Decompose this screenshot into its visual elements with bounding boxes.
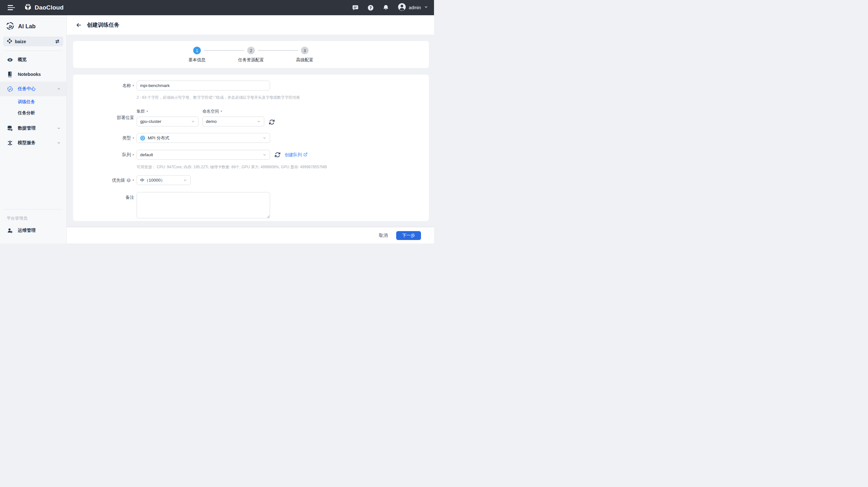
sidebar-item-task-center[interactable]: 任务中心 xyxy=(0,82,66,96)
chevron-down-icon xyxy=(183,178,187,182)
note-row: 备注 xyxy=(73,192,429,219)
sidebar-subitem-training-tasks[interactable]: 训练任务 xyxy=(0,96,66,107)
user-menu[interactable]: admin xyxy=(398,3,428,12)
notifications-icon[interactable] xyxy=(382,4,390,11)
cancel-button[interactable]: 取消 xyxy=(379,233,388,238)
workspace-icon xyxy=(7,38,12,45)
app-title-row[interactable]: AI Lab xyxy=(0,15,66,36)
brand-logo[interactable]: DaoCloud xyxy=(24,3,64,12)
queue-resources-helper: 可用资源： CPU: 947Core, 内存: 195.22Ti, 物理卡数量:… xyxy=(136,164,429,170)
deploy-location-row: 部署位置 集群 * gpu-cluster xyxy=(73,108,429,126)
priority-label: 优先级 xyxy=(112,177,125,183)
name-label: 名称 xyxy=(122,83,131,89)
svg-text:?: ? xyxy=(370,5,372,10)
sidebar-item-label: 运维管理 xyxy=(18,228,36,233)
sidebar-item-label: 数据管理 xyxy=(18,125,36,131)
step-3-indicator[interactable]: 3 xyxy=(301,47,309,54)
sidebar-item-label: 任务中心 xyxy=(18,86,36,92)
basic-info-form-card: 名称 * 2 - 63 个字符，必须由小写字母、数字字符或“-”组成，并且必须以… xyxy=(73,75,429,221)
name-input[interactable] xyxy=(136,80,270,91)
sidebar-divider xyxy=(4,209,63,209)
sidebar-subitem-label: 任务分析 xyxy=(18,110,35,116)
chevron-down-icon xyxy=(191,119,195,124)
step-2-label: 任务资源配置 xyxy=(238,57,264,63)
queue-refresh-icon[interactable] xyxy=(275,152,281,158)
svg-text:?: ? xyxy=(128,178,130,182)
chevron-down-icon xyxy=(57,126,61,130)
note-textarea[interactable] xyxy=(136,192,270,219)
workspace-switch-icon[interactable] xyxy=(55,39,60,44)
chevron-down-icon xyxy=(57,141,61,145)
topbar: DaoCloud ? xyxy=(0,0,434,15)
type-label: 类型 xyxy=(122,135,131,141)
step-1-label: 基本信息 xyxy=(188,57,206,63)
back-button[interactable] xyxy=(74,21,83,30)
cluster-label: 集群 xyxy=(136,108,145,114)
required-marker: * xyxy=(132,83,134,88)
footer-action-bar: 取消 下一步 xyxy=(67,227,434,244)
required-marker: * xyxy=(132,152,134,158)
sidebar-item-overview[interactable]: 概览 xyxy=(0,53,66,67)
sidebar-item-model-services[interactable]: 模型服务 xyxy=(0,136,66,150)
step-1-indicator[interactable]: 1 xyxy=(193,47,201,54)
name-helper-text: 2 - 63 个字符，必须由小写字母、数字字符或“-”组成，并且必须以字母开头及… xyxy=(136,95,429,100)
required-marker: * xyxy=(220,109,222,114)
deploy-location-label: 部署位置 xyxy=(117,115,134,121)
chevron-up-icon xyxy=(57,87,61,91)
sidebar-divider xyxy=(4,51,63,51)
ai-lab-icon xyxy=(6,22,14,31)
step-3-label: 高级配置 xyxy=(296,57,313,63)
admin-gear-icon xyxy=(7,228,13,234)
create-queue-link[interactable]: 创建队列 xyxy=(285,152,308,158)
name-row: 名称 * xyxy=(73,80,429,91)
priority-select[interactable]: 中（10000） xyxy=(136,175,191,185)
chevron-down-icon xyxy=(424,5,428,10)
required-marker: * xyxy=(132,136,134,141)
page-title: 创建训练任务 xyxy=(87,21,120,29)
step-2-indicator[interactable]: 2 xyxy=(247,47,255,54)
sidebar-item-data-management[interactable]: 数据管理 xyxy=(0,121,66,136)
sidebar-bottom: 平台管理员 运维管理 xyxy=(0,207,66,244)
sidebar-subitem-task-analysis[interactable]: 任务分析 xyxy=(0,107,66,119)
cluster-field: 集群 * gpu-cluster xyxy=(136,108,198,126)
namespace-field: 命名空间 * demo xyxy=(203,108,264,126)
workspace-selector[interactable]: baize xyxy=(3,36,63,46)
user-name: admin xyxy=(409,5,421,10)
mpi-icon xyxy=(140,136,145,141)
sidebar-toggle-button[interactable] xyxy=(8,4,15,11)
model-nodes-icon xyxy=(7,140,13,146)
content: 1 2 3 基本信息 任务资源配置 高级配置 xyxy=(67,35,434,227)
priority-row: 优先级 ? * 中（10000） xyxy=(73,175,429,185)
help-icon[interactable]: ? xyxy=(367,4,374,11)
role-section-label: 平台管理员 xyxy=(0,211,66,223)
sidebar-item-notebooks[interactable]: Notebooks xyxy=(0,67,66,82)
app-root: DaoCloud ? xyxy=(0,0,434,244)
daocloud-logo-icon xyxy=(24,3,32,12)
chevron-down-icon xyxy=(257,119,261,124)
stepper-card: 1 2 3 基本信息 任务资源配置 高级配置 xyxy=(73,41,429,68)
step-connector xyxy=(204,50,244,51)
required-marker: * xyxy=(147,109,148,114)
sidebar-item-label: 概览 xyxy=(18,57,27,63)
type-select[interactable]: MPI 分布式 xyxy=(136,133,270,143)
namespace-select[interactable]: demo xyxy=(203,117,264,126)
external-link-icon xyxy=(303,152,308,158)
page-header: 创建训练任务 xyxy=(67,15,434,35)
stepper: 1 2 3 基本信息 任务资源配置 高级配置 xyxy=(197,41,305,68)
main-area: 创建训练任务 1 2 3 基本信息 任务资 xyxy=(67,15,434,244)
sidebar-item-ops-management[interactable]: 运维管理 xyxy=(0,223,66,238)
queue-select[interactable]: default xyxy=(136,150,270,160)
refresh-icon[interactable] xyxy=(269,119,275,125)
database-gear-icon xyxy=(7,125,13,131)
messages-icon[interactable] xyxy=(352,4,359,11)
next-step-button[interactable]: 下一步 xyxy=(396,231,421,240)
task-check-icon xyxy=(7,86,13,92)
sidebar-item-label: 模型服务 xyxy=(18,140,36,146)
topbar-actions: ? admin xyxy=(352,3,428,12)
sidebar-subitem-label: 训练任务 xyxy=(18,99,35,105)
workspace-name: baize xyxy=(15,39,26,44)
priority-help-icon[interactable]: ? xyxy=(126,178,131,183)
brand-name: DaoCloud xyxy=(35,4,64,11)
cluster-select[interactable]: gpu-cluster xyxy=(136,117,198,126)
step-connector xyxy=(258,50,298,51)
